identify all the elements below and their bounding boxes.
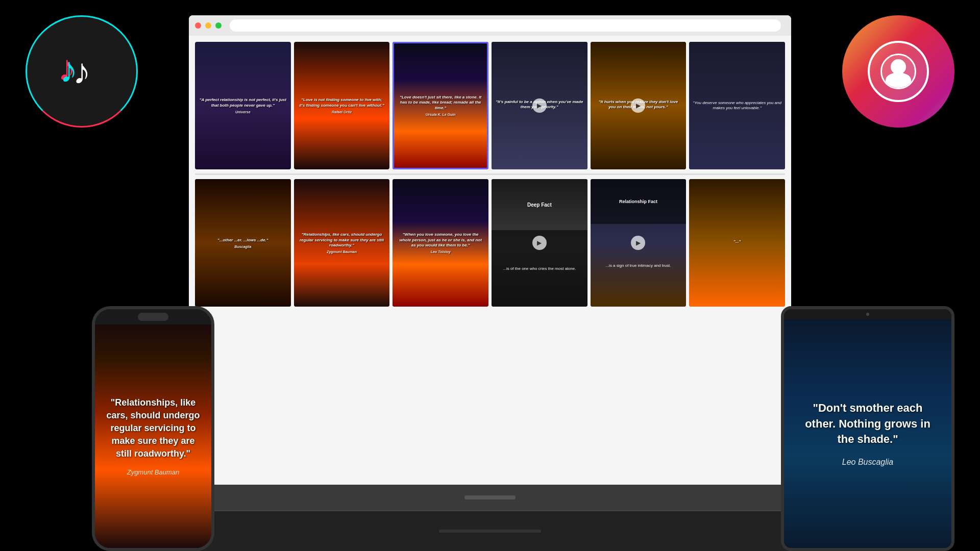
card-8-author: Zygmunt Bauman — [327, 250, 357, 254]
card-7-text: "...other ...er. ...lows ...de." Buscagl… — [195, 179, 291, 307]
card-8-text: "Relationships, like cars, should underg… — [294, 179, 390, 307]
card-5-play-btn[interactable]: ▶ — [631, 98, 645, 113]
phone-notch — [138, 313, 168, 321]
instagram-icon[interactable] — [842, 15, 954, 128]
row-divider — [195, 173, 785, 175]
browser-dot-close[interactable] — [195, 22, 201, 29]
phone-author: Zygmunt Bauman — [127, 468, 180, 476]
tablet-screen: "Don't smother each other. Nothing grows… — [784, 319, 951, 548]
phone-mockup: "Relationships, like cars, should underg… — [92, 306, 214, 551]
browser-dot-maximize[interactable] — [215, 22, 222, 29]
card-10-title: Deep Fact — [526, 201, 553, 209]
card-9-text: "When you love someone, you love the who… — [393, 179, 488, 307]
card-11-play-btn[interactable]: ▶ — [631, 236, 645, 250]
tiktok-icon[interactable]: ♪ ♪ ♪ — [26, 15, 138, 128]
card-3[interactable]: "Love doesn't just sit there, like a sto… — [393, 42, 488, 169]
tablet-quote: "Don't smother each other. Nothing grows… — [796, 400, 939, 447]
card-1-text: "A perfect relationship is not perfect, … — [195, 42, 291, 169]
laptop-touchpad — [439, 530, 541, 533]
card-12-quote: "..." — [733, 239, 741, 244]
card-1-quote: "A perfect relationship is not perfect, … — [199, 97, 287, 108]
tablet-camera — [866, 313, 869, 316]
card-12-text: "..." — [689, 179, 785, 307]
card-8-quote: "Relationships, like cars, should underg… — [298, 232, 386, 248]
card-2-author: Rafael Ortiz — [332, 110, 352, 114]
card-7-author: Buscaglia — [234, 245, 251, 248]
phone-quote: "Relationships, like cars, should underg… — [103, 396, 204, 461]
browser-window: "A perfect relationship is not perfect, … — [189, 15, 791, 510]
card-6[interactable]: "You deserve someone who appreciates you… — [689, 42, 785, 169]
browser-url-bar[interactable] — [230, 19, 781, 32]
phone-notch-bar — [95, 309, 211, 324]
card-3-author: Ursula K. Le Guin — [426, 113, 456, 116]
laptop-bottom-bar — [189, 485, 791, 510]
card-10-quote: ...is of the one who cries the most alon… — [501, 264, 578, 273]
card-3-quote: "Love doesn't just sit there, like a sto… — [397, 95, 484, 111]
card-8[interactable]: "Relationships, like cars, should underg… — [294, 179, 390, 307]
card-11[interactable]: Relationship Fact ...is a sign of true i… — [591, 179, 687, 307]
tablet-mockup: "Don't smother each other. Nothing grows… — [781, 306, 954, 551]
phone-screen: "Relationships, like cars, should underg… — [95, 324, 211, 548]
card-12[interactable]: "..." — [689, 179, 785, 307]
card-1[interactable]: "A perfect relationship is not perfect, … — [195, 42, 291, 169]
card-2-text: "Love is not finding someone to live wit… — [294, 42, 390, 169]
laptop-handle — [464, 495, 516, 499]
instagram-circle — [868, 41, 929, 102]
browser-bar — [189, 15, 791, 36]
tablet-top-bar — [784, 309, 951, 319]
cards-grid: "A perfect relationship is not perfect, … — [193, 40, 787, 309]
card-9[interactable]: "When you love someone, you love the who… — [393, 179, 488, 307]
card-9-author: Leo Tolstoy — [431, 250, 451, 254]
card-2-quote: "Love is not finding someone to live wit… — [298, 97, 386, 108]
card-1-author: Universe — [235, 110, 251, 114]
card-11-quote: ...is a sign of true intimacy and trust. — [605, 263, 671, 268]
card-4-play-btn[interactable]: ▶ — [532, 98, 547, 113]
card-6-quote: "You deserve someone who appreciates you… — [691, 101, 783, 111]
card-10-play-btn[interactable]: ▶ — [532, 236, 547, 250]
instagram-person-avatar — [880, 54, 916, 89]
laptop-base — [189, 510, 791, 551]
card-2[interactable]: "Love is not finding someone to live wit… — [294, 42, 390, 169]
browser-content: "A perfect relationship is not perfect, … — [189, 36, 791, 485]
card-5[interactable]: "It hurts when you realize they don't lo… — [591, 42, 687, 169]
card-10[interactable]: Deep Fact ...is of the one who cries the… — [492, 179, 587, 307]
tablet-author: Leo Buscaglia — [842, 458, 894, 467]
card-3-text: "Love doesn't just sit there, like a sto… — [393, 42, 488, 169]
card-9-quote: "When you love someone, you love the who… — [397, 232, 484, 248]
card-4[interactable]: "It's painful to be a option when you've… — [492, 42, 587, 169]
card-7[interactable]: "...other ...er. ...lows ...de." Buscagl… — [195, 179, 291, 307]
browser-dot-minimize[interactable] — [205, 22, 211, 29]
card-11-title: Relationship Fact — [619, 199, 657, 204]
card-7-quote: "...other ...er. ...lows ...de." — [217, 238, 268, 243]
tiktok-music-note: ♪ — [73, 51, 91, 92]
